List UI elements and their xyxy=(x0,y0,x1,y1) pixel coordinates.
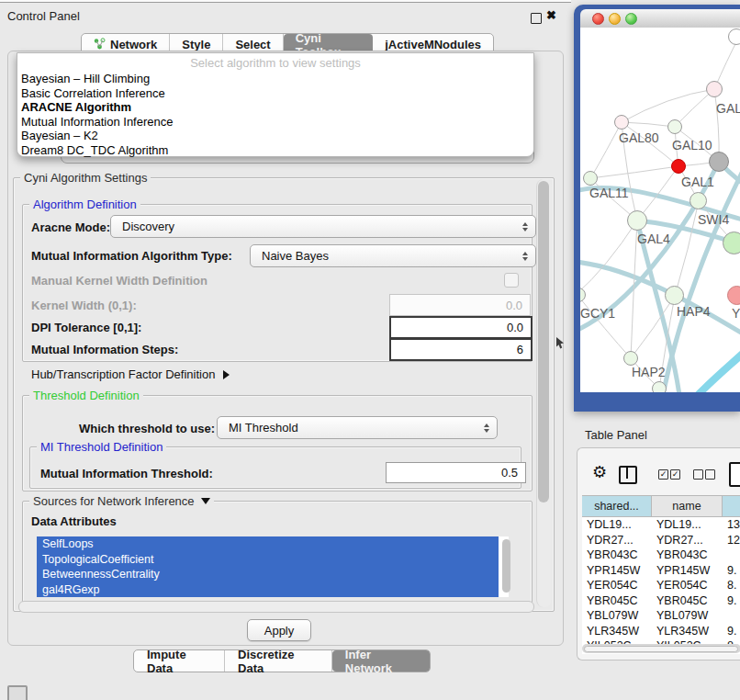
table-cell[interactable]: 9. xyxy=(723,593,740,609)
dropdown-item[interactable]: Bayesian – K2 xyxy=(21,129,98,143)
close-icon[interactable]: ✖ xyxy=(546,8,556,22)
close-traffic-light[interactable] xyxy=(592,13,604,25)
network-node-gal10[interactable] xyxy=(667,119,682,134)
deselect-all-checkbox-icon[interactable] xyxy=(705,469,715,480)
kernel-width-field[interactable]: 0.0 xyxy=(389,294,531,316)
dpi-tolerance-field[interactable]: 0.0 xyxy=(389,316,533,339)
which-threshold-combo[interactable]: MI Threshold xyxy=(217,416,498,439)
network-node-hap2[interactable] xyxy=(623,351,638,366)
float-window-icon[interactable] xyxy=(531,13,542,24)
minimize-traffic-light[interactable] xyxy=(609,13,621,25)
bottom-tabbar: Impute Data Discretize Data Infer Networ… xyxy=(133,649,431,672)
aracne-mode-value: Discovery xyxy=(122,220,174,233)
network-node[interactable] xyxy=(690,192,707,209)
dropdown-item[interactable]: Basic Correlation Inference xyxy=(21,86,165,101)
gear-icon[interactable]: ⚙ xyxy=(592,464,607,480)
table-cell[interactable]: YBR045C xyxy=(582,593,652,609)
deselect-all-checkbox-icon[interactable] xyxy=(693,469,703,480)
list-item[interactable]: BetweennessCentrality xyxy=(37,567,499,582)
network-node[interactable] xyxy=(728,28,740,45)
show-columns-icon[interactable] xyxy=(619,466,637,484)
table-cell[interactable]: 8. xyxy=(723,578,740,593)
table-cell[interactable]: YER054C xyxy=(652,578,723,593)
network-node-gal80[interactable] xyxy=(614,115,629,130)
table-cell[interactable]: YDL19... xyxy=(582,517,652,533)
column-header[interactable]: name xyxy=(652,496,723,516)
network-window-titlebar[interactable] xyxy=(580,9,740,28)
column-header[interactable] xyxy=(723,496,740,516)
zoom-traffic-light[interactable] xyxy=(625,13,637,25)
table-cell[interactable] xyxy=(723,548,740,563)
mi-threshold-field[interactable]: 0.5 xyxy=(386,462,526,483)
dropdown-item[interactable]: Mutual Information Inference xyxy=(21,115,173,130)
minimized-panel-icon[interactable] xyxy=(7,685,28,700)
settings-scrollbar-thumb[interactable] xyxy=(538,181,549,502)
node-label: GAL xyxy=(716,101,740,116)
list-item[interactable]: TopologicalCoefficient xyxy=(37,552,499,568)
table-row[interactable]: YER054CYER054C8. xyxy=(582,578,740,593)
table-cell[interactable]: YBR045C xyxy=(652,593,723,609)
dropdown-item-aracne[interactable]: ARACNE Algorithm xyxy=(21,100,131,115)
dropdown-item[interactable]: Bayesian – Hill Climbing xyxy=(21,72,150,86)
table-cell[interactable]: YBR043C xyxy=(652,548,723,563)
sources-group-header[interactable]: Sources for Network Inference xyxy=(29,494,214,508)
tab-discretize-data[interactable]: Discretize Data xyxy=(225,650,332,672)
new-table-icon[interactable] xyxy=(729,462,740,487)
table-cell[interactable]: YLR345W xyxy=(652,624,723,639)
network-node-swi4[interactable] xyxy=(723,231,740,254)
table-cell[interactable]: YDL19... xyxy=(652,517,723,533)
table-cell[interactable]: YPR145W xyxy=(652,563,723,579)
select-all-checkbox-icon[interactable]: ✓ xyxy=(670,469,680,480)
network-node-pink[interactable] xyxy=(727,286,740,305)
table-cell[interactable]: YER054C xyxy=(582,578,652,593)
select-all-checkbox-icon[interactable]: ✓ xyxy=(658,469,668,480)
apply-button[interactable]: Apply xyxy=(247,619,311,641)
table-row[interactable]: YBR043CYBR043C xyxy=(582,548,740,563)
network-node[interactable] xyxy=(706,81,723,97)
table-row[interactable]: YDR27...YDR27...12 xyxy=(582,533,740,548)
aracne-mode-combo[interactable]: Discovery xyxy=(110,215,536,238)
table-row[interactable]: YBR045CYBR045C9. xyxy=(582,593,740,609)
table-row[interactable]: YLR345WYLR345W9. xyxy=(582,624,740,639)
network-node-gal1-selected[interactable] xyxy=(671,159,686,174)
manual-kernel-checkbox[interactable] xyxy=(504,273,519,288)
tab-impute-data[interactable]: Impute Data xyxy=(134,650,225,672)
dropdown-item[interactable]: Dream8 DC_TDC Algorithm xyxy=(21,143,168,158)
network-window[interactable]: GAL GAL80 GAL10 GAL1 GAL11 SWI4 GAL4 GCY… xyxy=(574,5,740,412)
table-cell[interactable]: 9. xyxy=(723,624,740,639)
which-threshold-label: Which threshold to use: xyxy=(79,422,215,435)
network-node-gray[interactable] xyxy=(709,152,729,172)
table-cell[interactable]: YDR27... xyxy=(652,533,723,548)
table-cell[interactable] xyxy=(723,608,740,624)
node-label: GAL80 xyxy=(619,130,659,145)
network-node-gal11[interactable] xyxy=(583,171,598,186)
hub-section-header[interactable]: Hub/Transcription Factor Definition xyxy=(31,367,230,381)
list-item[interactable]: gal4RGexp xyxy=(37,582,499,598)
horizontal-scrollbar[interactable] xyxy=(18,601,534,613)
network-node-hap4[interactable] xyxy=(665,286,684,305)
dropdown-placeholder: Select algorithm to view settings xyxy=(17,56,533,70)
table-horizontal-scrollbar-thumb[interactable] xyxy=(584,646,738,652)
table-cell[interactable]: YBL079W xyxy=(582,608,652,624)
tab-infer-network[interactable]: Infer Network xyxy=(332,650,430,672)
mi-steps-field[interactable]: 6 xyxy=(389,338,533,361)
table-cell[interactable]: 12 xyxy=(723,533,740,548)
list-item[interactable]: SelfLoops xyxy=(37,536,499,552)
table-cell[interactable]: YPR145W xyxy=(582,563,652,579)
table-cell[interactable]: YDR27... xyxy=(582,533,652,548)
node-label: HAP2 xyxy=(632,365,666,379)
network-node[interactable] xyxy=(652,381,667,392)
table-cell[interactable]: YBL079W xyxy=(652,608,723,624)
table-row[interactable]: YPR145WYPR145W9. xyxy=(582,563,740,579)
table-cell[interactable]: YBR043C xyxy=(582,548,652,563)
table-cell[interactable]: 9. xyxy=(723,563,740,579)
column-header[interactable]: shared... xyxy=(582,496,652,516)
mi-type-combo[interactable]: Naive Bayes xyxy=(250,244,536,267)
table-row[interactable]: YDL19...YDL19...13 xyxy=(582,517,740,533)
table-cell[interactable]: YLR345W xyxy=(582,624,652,639)
table-row[interactable]: YBL079WYBL079W xyxy=(582,608,740,624)
table-cell[interactable]: 13 xyxy=(723,517,740,533)
network-canvas[interactable]: GAL GAL80 GAL10 GAL1 GAL11 SWI4 GAL4 GCY… xyxy=(580,28,740,392)
network-node-gal4[interactable] xyxy=(627,210,647,231)
list-scrollbar-thumb[interactable] xyxy=(502,539,510,593)
